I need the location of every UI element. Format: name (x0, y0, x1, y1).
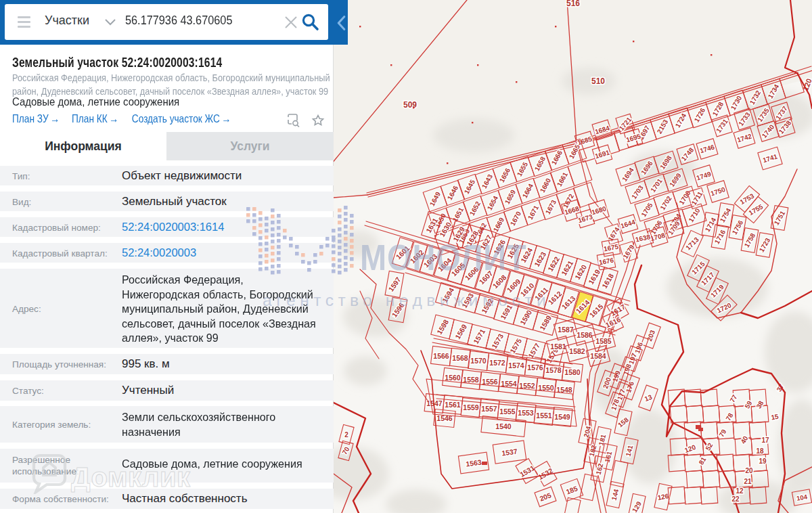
svg-text:1558: 1558 (463, 376, 479, 384)
svg-text:20: 20 (745, 467, 753, 474)
svg-text:1580: 1580 (564, 368, 581, 376)
svg-text:1570: 1570 (470, 357, 487, 365)
svg-text:12: 12 (736, 487, 744, 495)
svg-text:1574: 1574 (508, 361, 524, 370)
svg-text:1578: 1578 (545, 366, 562, 374)
svg-text:516: 516 (566, 0, 580, 8)
svg-text:2: 2 (344, 431, 348, 439)
svg-text:1586: 1586 (577, 331, 593, 339)
svg-text:1582: 1582 (569, 347, 585, 355)
svg-text:1587: 1587 (558, 326, 574, 334)
svg-text:510: 510 (591, 76, 605, 86)
svg-text:1576: 1576 (527, 363, 543, 372)
svg-text:1560: 1560 (445, 374, 461, 382)
svg-text:1559: 1559 (463, 403, 479, 411)
svg-text:1549: 1549 (554, 413, 570, 421)
svg-text:1553: 1553 (518, 409, 534, 417)
svg-text:1584: 1584 (590, 352, 606, 360)
svg-text:1568: 1568 (452, 354, 468, 362)
svg-text:17: 17 (761, 437, 769, 444)
svg-text:1566: 1566 (433, 352, 449, 360)
svg-text:18: 18 (756, 447, 764, 455)
svg-text:1551: 1551 (536, 411, 552, 420)
svg-text:1585: 1585 (595, 337, 612, 345)
svg-text:1572: 1572 (489, 359, 505, 367)
svg-text:1581: 1581 (550, 342, 566, 351)
svg-text:1540: 1540 (495, 422, 512, 430)
svg-text:509: 509 (403, 100, 417, 110)
svg-text:1561: 1561 (445, 401, 461, 409)
svg-text:1555: 1555 (499, 407, 516, 416)
svg-text:21: 21 (744, 478, 752, 485)
svg-text:1557: 1557 (481, 405, 497, 413)
svg-text:19: 19 (759, 458, 767, 465)
svg-text:22: 22 (731, 495, 740, 503)
